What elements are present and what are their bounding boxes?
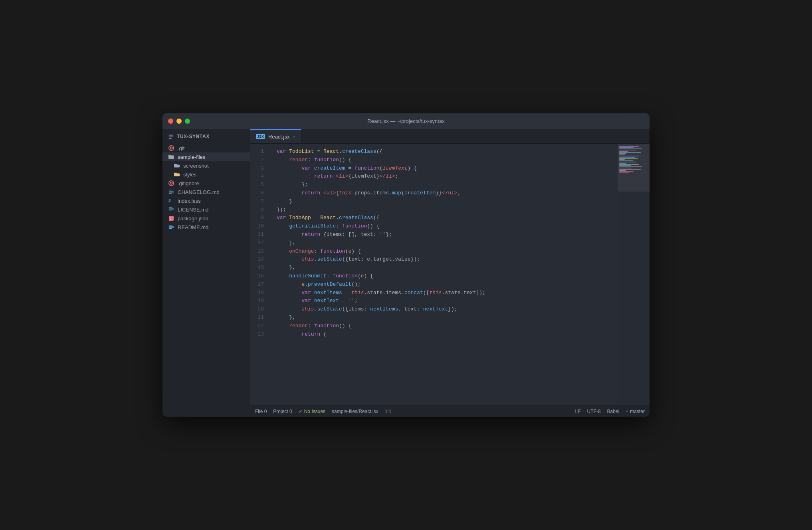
syntax[interactable]: Babel (607, 409, 620, 414)
svg-rect-17 (169, 228, 172, 229)
code-line-21: }, (270, 314, 618, 322)
code-line-22: render: function() { (270, 322, 618, 330)
code-line-8: }); (270, 206, 618, 214)
minimize-button[interactable] (176, 119, 182, 124)
svg-rect-10 (169, 210, 174, 210)
less-icon: # (168, 198, 174, 204)
svg-rect-8 (169, 208, 172, 208)
issues-indicator: ✓ No Issues (299, 409, 325, 414)
sidebar-item-package[interactable]: { } package.json (162, 214, 250, 223)
sidebar-item-label: README.md (178, 224, 208, 230)
sidebar-item-readme[interactable]: README.md (162, 223, 250, 231)
sidebar-item-sample-files[interactable]: sample-files (162, 152, 250, 161)
issues-label: No Issues (304, 409, 325, 414)
branch-icon: ⑂ (626, 409, 628, 414)
svg-rect-4 (169, 191, 174, 192)
maximize-button[interactable] (185, 119, 190, 124)
title-bar: React.jsx — ~/projects/tux-syntax (162, 113, 650, 129)
sidebar-item-label: sample-files (178, 154, 205, 160)
code-line-9: var TodoApp = React.createClass({ (270, 214, 618, 222)
line-numbers: 12345 678910 1112131415 1617181920 21222… (250, 144, 270, 405)
sidebar-item-license[interactable]: LICENSE.md (162, 205, 250, 214)
code-line-16: handleSubmit: function(e) { (270, 272, 618, 281)
code-line-19: var nextText = ''; (270, 297, 618, 305)
svg-rect-15 (169, 226, 174, 227)
sidebar-item-label: package.json (178, 216, 208, 221)
tab-react-jsx[interactable]: JSX React.jsx × (250, 129, 301, 143)
sidebar-item-git[interactable]: .git (162, 144, 250, 152)
status-right: LF UTF-8 Babel ⑂ master (575, 409, 645, 414)
code-line-11: return {items: [], text: ''}; (270, 231, 618, 239)
close-button[interactable] (168, 119, 173, 124)
file-path[interactable]: sample-files/React.jsx (332, 409, 378, 414)
window-title: React.jsx — ~/projects/tux-syntax (367, 118, 444, 124)
sidebar-item-label: index.less (178, 198, 201, 204)
code-line-7: } (270, 198, 618, 206)
git-branch[interactable]: ⑂ master (626, 409, 645, 414)
folder-icon (174, 162, 180, 169)
code-editor: 12345 678910 1112131415 1617181920 21222… (250, 144, 650, 405)
sidebar-item-changelog[interactable]: CHANGELOG.md (162, 188, 250, 196)
traffic-lights (168, 119, 190, 124)
sidebar-item-label: styles (183, 172, 196, 178)
branch-name: master (630, 409, 645, 414)
code-line-14: this.setState({text: e.target.value}); (270, 255, 618, 264)
sidebar-item-screenshot[interactable]: screenshot (162, 161, 250, 170)
code-content[interactable]: var TodoList = React.createClass({ rende… (270, 144, 618, 405)
code-line-20: this.setState({items: nextItems, text: n… (270, 305, 618, 314)
sidebar-item-label: .git (178, 145, 184, 151)
tab-close-button[interactable]: × (293, 134, 295, 139)
file-count[interactable]: File 0 (255, 409, 267, 414)
svg-text:#: # (168, 199, 171, 203)
code-line-6: return <ul>{this.props.items.map(createI… (270, 189, 618, 198)
sidebar-item-label: CHANGELOG.md (178, 189, 220, 195)
editor-area: JSX React.jsx × 12345 678910 1112131415 … (250, 129, 650, 417)
code-line-13: onChange: function(e) { (270, 247, 618, 256)
code-line-1: var TodoList = React.createClass({ (270, 148, 618, 156)
svg-rect-11 (169, 211, 172, 211)
svg-text:{ }: { } (169, 217, 174, 220)
sidebar: tux-syntax .git sample-files (162, 129, 250, 417)
code-line-23: return ( (270, 330, 618, 339)
status-bar: File 0 Project 0 ✓ No Issues sample-file… (250, 405, 650, 417)
code-line-2: render: function() { (270, 156, 618, 164)
svg-rect-5 (169, 192, 174, 192)
svg-rect-14 (169, 225, 172, 225)
svg-rect-9 (169, 209, 174, 209)
svg-rect-1 (169, 136, 173, 137)
line-ending[interactable]: LF (575, 409, 581, 414)
code-line-18: var nextItems = this.state.items.concat(… (270, 289, 618, 297)
md-icon-2 (168, 206, 174, 213)
svg-rect-16 (169, 227, 174, 227)
sidebar-item-label: screenshot (183, 163, 209, 169)
status-left: File 0 Project 0 ✓ No Issues sample-file… (255, 409, 391, 414)
code-line-3: var createItem = function(itemText) { (270, 164, 618, 173)
code-line-17: e.preventDefault(); (270, 281, 618, 289)
code-line-5: }; (270, 181, 618, 189)
sidebar-item-styles[interactable]: styles (162, 170, 250, 179)
sidebar-panel-icon (168, 133, 174, 140)
sidebar-item-label: LICENSE.md (178, 207, 208, 213)
sidebar-item-gitignore[interactable]: .gitignore (162, 179, 250, 188)
git-icon (168, 145, 174, 151)
app-window: React.jsx — ~/projects/tux-syntax tux-sy… (162, 113, 650, 417)
code-line-12: }, (270, 239, 618, 247)
sidebar-item-index-less[interactable]: # index.less (162, 196, 250, 205)
code-line-10: getInitialState: function() { (270, 222, 618, 231)
folder-open-icon (168, 154, 174, 160)
project-name: tux-syntax (177, 134, 210, 139)
charset[interactable]: UTF-8 (587, 409, 601, 414)
code-line-15: }, (270, 264, 618, 272)
project-count[interactable]: Project 0 (273, 409, 292, 414)
cursor-position[interactable]: 1:1 (385, 409, 392, 414)
checkmark-icon: ✓ (299, 409, 303, 414)
md-icon-3 (168, 224, 174, 230)
svg-rect-0 (169, 135, 173, 136)
tab-bar: JSX React.jsx × (250, 129, 650, 144)
sidebar-header: tux-syntax (162, 129, 250, 144)
main-content: tux-syntax .git sample-files (162, 129, 650, 417)
svg-rect-3 (169, 190, 172, 190)
code-line-4: return <li>{itemText}</li>; (270, 172, 618, 181)
md-icon (168, 189, 174, 195)
styles-folder-icon (174, 171, 180, 178)
